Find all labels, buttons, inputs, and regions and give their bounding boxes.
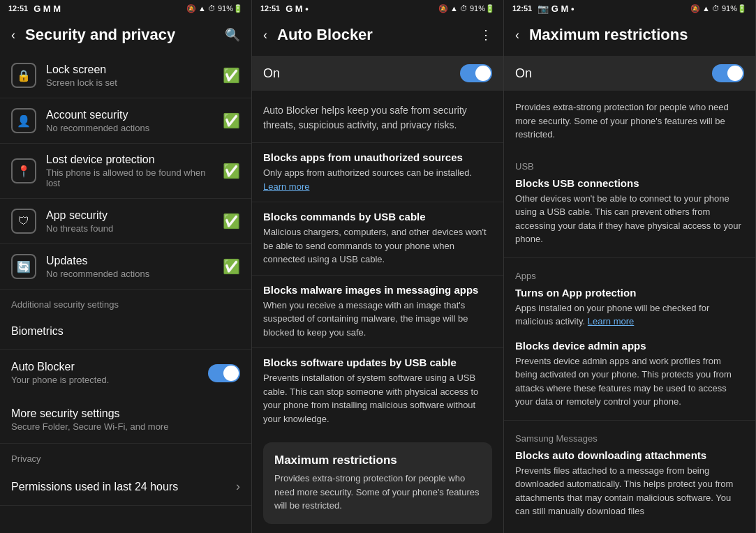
app-security-title: App security: [46, 209, 213, 222]
more-security-title: More security settings: [11, 407, 240, 420]
lock-screen-item[interactable]: 🔒 Lock screen Screen lock is set ✅: [0, 53, 251, 98]
permissions-arrow: ›: [236, 479, 240, 494]
lost-device-sub: This phone is allowed to be found when l…: [46, 167, 213, 188]
account-security-title: Account security: [46, 109, 213, 121]
panel-maximum-restrictions: 12:51 📷 G M • 🔕 ▲ ⏱ 91%🔋 ‹ Maximum restr…: [504, 0, 756, 533]
max-restrictions-card[interactable]: Maximum restrictions Provides extra-stro…: [263, 442, 492, 524]
restriction-apps-0: Turns on App protection Apps installed o…: [504, 284, 755, 337]
restriction-desc-apps-1: Prevents device admin apps and work prof…: [515, 354, 744, 409]
page-title-1: Security and privacy: [25, 26, 215, 44]
top-bar-2: ‹ Auto Blocker ⋮: [252, 17, 503, 53]
max-restrictions-card-desc: Provides extra-strong protection for peo…: [274, 472, 481, 513]
auto-blocker-main-toggle[interactable]: [460, 64, 492, 82]
search-icon-1[interactable]: 🔍: [222, 24, 243, 45]
max-restrictions-toggle-row: On: [504, 56, 755, 91]
biometrics-item[interactable]: Biometrics: [0, 314, 251, 350]
additional-security-header: Additional security settings: [0, 290, 251, 314]
app-security-check: ✅: [223, 213, 240, 230]
restriction-link-apps-0[interactable]: Learn more: [588, 316, 634, 326]
panel1-content: 🔒 Lock screen Screen lock is set ✅ 👤 Acc…: [0, 53, 251, 533]
back-icon-2[interactable]: ‹: [260, 25, 270, 45]
feature-block-3: Blocks software updates by USB cable Pre…: [252, 347, 503, 434]
page-title-3: Maximum restrictions: [529, 26, 747, 44]
restriction-desc-msg-0: Prevents files attached to a message fro…: [515, 464, 744, 518]
auto-blocker-item[interactable]: Auto Blocker Your phone is protected.: [0, 350, 251, 396]
restriction-apps-1: Blocks device admin apps Prevents device…: [504, 337, 755, 417]
auto-blocker-toggle[interactable]: [208, 364, 240, 382]
max-restrictions-card-title: Maximum restrictions: [274, 453, 481, 467]
toggle-label-3: On: [515, 66, 532, 81]
account-security-item[interactable]: 👤 Account security No recommended action…: [0, 98, 251, 144]
back-icon-1[interactable]: ‹: [8, 25, 18, 45]
lost-device-item[interactable]: 📍 Lost device protection This phone is a…: [0, 144, 251, 199]
feature-desc-3: Prevents installation of system software…: [263, 371, 492, 426]
top-bar-3: ‹ Maximum restrictions: [504, 17, 755, 53]
app-security-icon: 🛡: [11, 209, 36, 234]
updates-title: Updates: [46, 255, 213, 267]
feature-title-0: Blocks apps from unauthorized sources: [263, 151, 492, 163]
divider-apps: [504, 420, 755, 421]
toggle-label-2: On: [263, 66, 280, 81]
lock-screen-icon: 🔒: [11, 63, 36, 88]
updates-item[interactable]: 🔄 Updates No recommended actions ✅: [0, 244, 251, 290]
max-restrictions-description: Provides extra-strong protection for peo…: [504, 93, 755, 151]
panel2-content: Auto Blocker helps keep you safe from se…: [252, 93, 503, 533]
app-security-item[interactable]: 🛡 App security No threats found ✅: [0, 199, 251, 244]
feature-title-1: Blocks commands by USB cable: [263, 211, 492, 223]
restriction-usb-0: Blocks USB connections Other devices won…: [504, 174, 755, 255]
auto-blocker-toggle-row: On: [252, 56, 503, 91]
lock-screen-check: ✅: [223, 67, 240, 84]
section-apps: Apps: [504, 261, 755, 284]
auto-blocker-title: Auto Blocker: [11, 361, 109, 373]
lost-device-check: ✅: [223, 163, 240, 179]
max-restrictions-toggle[interactable]: [712, 64, 744, 82]
status-time-2: 12:51 G M •: [260, 3, 309, 14]
top-bar-1: ‹ Security and privacy 🔍: [0, 17, 251, 53]
section-samsung-messages: Samsung Messages: [504, 423, 755, 446]
feature-link-0[interactable]: Learn more: [263, 181, 309, 192]
lost-device-title: Lost device protection: [46, 153, 213, 166]
status-time-3: 12:51 📷 G M •: [512, 3, 574, 14]
lock-screen-title: Lock screen: [46, 63, 213, 76]
panel-auto-blocker: 12:51 G M • 🔕 ▲ ⏱ 91%🔋 ‹ Auto Blocker ⋮ …: [252, 0, 504, 533]
feature-desc-0: Only apps from authorized sources can be…: [263, 166, 492, 193]
permissions-item[interactable]: Permissions used in last 24 hours ›: [0, 468, 251, 506]
account-security-sub: No recommended actions: [46, 123, 213, 133]
restriction-title-apps-0: Turns on App protection: [515, 287, 744, 299]
lock-screen-sub: Screen lock is set: [46, 77, 213, 88]
permissions-title: Permissions used in last 24 hours: [11, 481, 236, 493]
feature-block-1: Blocks commands by USB cable Malicious c…: [252, 202, 503, 275]
page-title-2: Auto Blocker: [277, 26, 470, 44]
feature-desc-2: When you receive a message with an image…: [263, 299, 492, 340]
back-icon-3[interactable]: ‹: [512, 25, 522, 45]
status-icons-1: 🔕 ▲ ⏱ 91%🔋: [186, 4, 243, 13]
restriction-title-msg-0: Blocks auto downloading attachments: [515, 449, 744, 461]
account-security-icon: 👤: [11, 108, 36, 133]
restriction-desc-usb-0: Other devices won't be able to connect t…: [515, 192, 744, 246]
feature-title-3: Blocks software updates by USB cable: [263, 356, 492, 368]
panel-security-privacy: 12:51 G M M 🔕 ▲ ⏱ 91%🔋 ‹ Security and pr…: [0, 0, 252, 533]
status-bar-2: 12:51 G M • 🔕 ▲ ⏱ 91%🔋: [252, 0, 503, 17]
updates-sub: No recommended actions: [46, 269, 213, 279]
restriction-msg-0: Blocks auto downloading attachments Prev…: [504, 446, 755, 527]
more-security-sub: Secure Folder, Secure Wi-Fi, and more: [11, 421, 240, 432]
divider-usb: [504, 257, 755, 258]
more-icon-2[interactable]: ⋮: [477, 24, 495, 45]
section-usb: USB: [504, 151, 755, 174]
restriction-desc-apps-0: Apps installed on your phone will be che…: [515, 301, 744, 329]
auto-blocker-description: Auto Blocker helps keep you safe from se…: [252, 93, 503, 142]
lost-device-icon: 📍: [11, 158, 36, 183]
feature-title-2: Blocks malware images in messaging apps: [263, 284, 492, 296]
status-bar-1: 12:51 G M M 🔕 ▲ ⏱ 91%🔋: [0, 0, 251, 17]
status-bar-3: 12:51 📷 G M • 🔕 ▲ ⏱ 91%🔋: [504, 0, 755, 17]
status-icons-3: 🔕 ▲ ⏱ 91%🔋: [690, 4, 747, 13]
privacy-header: Privacy: [0, 444, 251, 468]
panel3-content: Provides extra-strong protection for peo…: [504, 93, 755, 533]
updates-icon: 🔄: [11, 254, 36, 279]
more-security-item[interactable]: More security settings Secure Folder, Se…: [0, 396, 251, 444]
updates-check: ✅: [223, 258, 240, 275]
status-time-1: 12:51 G M M: [8, 3, 61, 14]
feature-desc-1: Malicious chargers, computers, and other…: [263, 225, 492, 266]
restriction-title-apps-1: Blocks device admin apps: [515, 340, 744, 352]
biometrics-title: Biometrics: [11, 325, 240, 338]
